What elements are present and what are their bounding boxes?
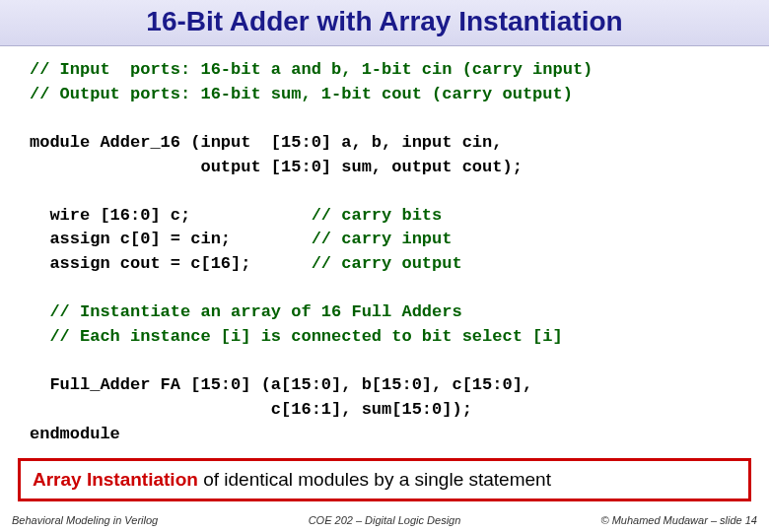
code-line: wire [16:0] c; <box>30 206 312 225</box>
code-line: endmodule <box>30 425 120 443</box>
code-comment: // Input ports: 16-bit a and b, 1-bit ci… <box>30 60 593 79</box>
footer-left: Behavioral Modeling in Verilog <box>12 514 260 526</box>
title-bar: 16-Bit Adder with Array Instantiation <box>0 0 769 46</box>
code-comment: // carry input <box>312 230 453 248</box>
code-comment: // carry bits <box>312 206 443 225</box>
code-line: output [15:0] sum, output cout); <box>30 158 523 176</box>
code-comment: // Instantiate an array of 16 Full Adder… <box>30 302 462 321</box>
callout-box: Array Instantiation of identical modules… <box>18 458 751 501</box>
code-comment: // Output ports: 16-bit sum, 1-bit cout … <box>30 85 573 103</box>
footer-center: COE 202 – Digital Logic Design <box>260 514 509 526</box>
code-line: assign c[0] = cin; <box>30 230 312 248</box>
footer: Behavioral Modeling in Verilog COE 202 –… <box>0 508 769 532</box>
slide-title: 16-Bit Adder with Array Instantiation <box>0 6 769 37</box>
callout-phrase: Array Instantiation <box>33 469 198 490</box>
code-line: c[16:1], sum[15:0]); <box>30 400 472 419</box>
callout-text: of identical modules by a single stateme… <box>198 469 551 490</box>
code-comment: // Each instance [i] is connected to bit… <box>30 327 563 346</box>
code-comment: // carry output <box>312 254 462 273</box>
code-line: module Adder_16 (input [15:0] a, b, inpu… <box>30 133 502 152</box>
code-line: Full_Adder FA [15:0] (a[15:0], b[15:0], … <box>30 375 532 394</box>
code-block: // Input ports: 16-bit a and b, 1-bit ci… <box>0 46 769 450</box>
code-line: assign cout = c[16]; <box>30 254 312 273</box>
footer-right: © Muhamed Mudawar – slide 14 <box>509 514 757 526</box>
